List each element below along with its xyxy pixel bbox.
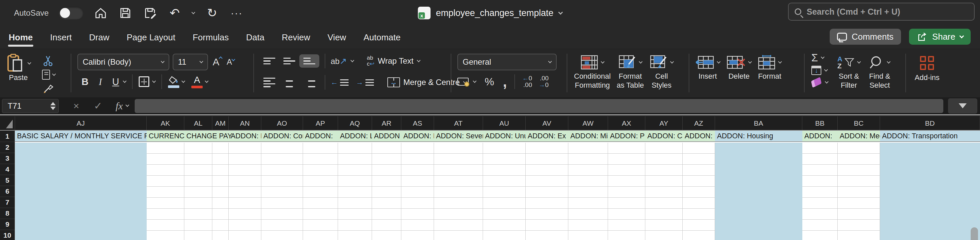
column-body-AV[interactable] bbox=[526, 143, 568, 240]
cancel-icon[interactable]: × bbox=[73, 100, 80, 112]
document-title[interactable]: employee_changes_template bbox=[436, 8, 554, 18]
row-header-3[interactable]: 3 bbox=[0, 153, 15, 164]
column-body-AS[interactable] bbox=[401, 143, 434, 240]
column-header-AK[interactable]: AK bbox=[147, 116, 185, 130]
sort-filter-button[interactable]: AZ Sort &Filter bbox=[837, 54, 860, 90]
row-header-1[interactable]: 1 bbox=[0, 131, 15, 142]
redo-icon[interactable]: ↻ bbox=[205, 6, 220, 20]
cell-AP1[interactable]: ADDON: bbox=[303, 131, 338, 141]
align-right-button[interactable] bbox=[299, 74, 319, 91]
tab-data[interactable]: Data bbox=[245, 28, 265, 47]
column-header-AO[interactable]: AO bbox=[261, 116, 303, 130]
cell-AT1[interactable]: ADDON: Severer bbox=[434, 131, 483, 141]
cell-AV1[interactable]: ADDON: Ex bbox=[526, 131, 568, 141]
borders-button[interactable] bbox=[138, 76, 150, 87]
cell-AQ1[interactable]: ADDON: L bbox=[338, 131, 372, 141]
format-painter-button[interactable] bbox=[42, 82, 55, 95]
increase-decimal-button[interactable]: ←0 .00 bbox=[522, 75, 532, 88]
bold-button[interactable]: B bbox=[77, 76, 93, 87]
tab-page-layout[interactable]: Page Layout bbox=[126, 28, 176, 47]
align-center-button[interactable] bbox=[279, 74, 299, 91]
column-body-AO[interactable] bbox=[261, 143, 303, 240]
column-body-AX[interactable] bbox=[608, 143, 645, 240]
column-header-AW[interactable]: AW bbox=[568, 116, 608, 130]
cell-AU1[interactable]: ADDON: Unu bbox=[483, 131, 526, 141]
row-header-9[interactable]: 9 bbox=[0, 219, 15, 230]
addins-button[interactable]: Add-ins bbox=[915, 54, 940, 82]
column-body-AQ[interactable] bbox=[338, 143, 372, 240]
tab-home[interactable]: Home bbox=[8, 28, 33, 47]
column-header-AN[interactable]: AN bbox=[229, 116, 261, 130]
currency-chevron-icon[interactable] bbox=[473, 79, 476, 83]
column-header-AL[interactable]: AL bbox=[185, 116, 212, 130]
delete-cells-button[interactable]: Delete bbox=[727, 54, 751, 81]
column-header-AY[interactable]: AY bbox=[645, 116, 682, 130]
grid-body[interactable] bbox=[15, 143, 980, 240]
column-body-AU[interactable] bbox=[483, 143, 526, 240]
fill-color-button[interactable] bbox=[168, 76, 179, 88]
vertical-scrollbar-thumb[interactable] bbox=[970, 227, 978, 240]
column-body-AW[interactable] bbox=[568, 143, 608, 240]
column-header-AS[interactable]: AS bbox=[401, 116, 434, 130]
conditional-formatting-button[interactable]: ConditionalFormatting bbox=[574, 54, 611, 90]
cell-AO1[interactable]: ADDON: Cor bbox=[261, 131, 303, 141]
column-header-BA[interactable]: BA bbox=[715, 116, 802, 130]
save-icon[interactable] bbox=[118, 6, 133, 20]
tab-view[interactable]: View bbox=[327, 28, 347, 47]
column-header-AM[interactable]: AM bbox=[212, 116, 229, 130]
column-header-AR[interactable]: AR bbox=[372, 116, 401, 130]
more-commands-icon[interactable]: ··· bbox=[229, 6, 244, 20]
column-header-AT[interactable]: AT bbox=[434, 116, 483, 130]
autosave-toggle[interactable] bbox=[59, 7, 83, 19]
formula-bar-expand-button[interactable] bbox=[948, 99, 977, 114]
wrap-text-chevron-icon[interactable] bbox=[417, 58, 421, 62]
wrap-text-button[interactable]: Wrap Text bbox=[378, 56, 413, 66]
format-cells-button[interactable]: Format bbox=[758, 54, 781, 81]
row-header-4[interactable]: 4 bbox=[0, 164, 15, 175]
column-header-AQ[interactable]: AQ bbox=[338, 116, 372, 130]
decrease-decimal-button[interactable]: .00 →0 bbox=[539, 75, 549, 88]
align-top-button[interactable] bbox=[259, 54, 279, 68]
orientation-chevron-icon[interactable] bbox=[350, 58, 354, 62]
format-as-table-button[interactable]: Formatas Table bbox=[617, 54, 644, 90]
font-color-button[interactable]: A bbox=[191, 75, 203, 88]
column-body-AP[interactable] bbox=[303, 143, 338, 240]
cell-BD1[interactable]: ADDON: Transportation bbox=[880, 131, 980, 141]
number-format-select[interactable]: General bbox=[457, 54, 557, 70]
align-left-button[interactable] bbox=[259, 74, 279, 91]
clear-button[interactable] bbox=[811, 79, 828, 86]
underline-button[interactable]: U bbox=[108, 76, 123, 87]
insert-function-button[interactable]: fx bbox=[116, 100, 129, 112]
tab-draw[interactable]: Draw bbox=[88, 28, 110, 47]
font-name-select[interactable]: Calibri (Body) bbox=[77, 54, 169, 70]
cell-BA1[interactable]: ADDON: Housing bbox=[715, 131, 802, 141]
column-body-AM[interactable] bbox=[212, 143, 229, 240]
column-body-BC[interactable] bbox=[838, 143, 880, 240]
underline-chevron-icon[interactable] bbox=[123, 79, 126, 83]
decrease-indent-button[interactable]: ← bbox=[331, 78, 348, 87]
column-header-AP[interactable]: AP bbox=[303, 116, 338, 130]
decrease-font-size-button[interactable]: A bbox=[227, 57, 235, 67]
cell-AL1[interactable]: CHANGE PAY bbox=[185, 131, 212, 141]
tab-insert[interactable]: Insert bbox=[49, 28, 72, 47]
increase-font-size-button[interactable]: A bbox=[213, 56, 222, 68]
font-color-chevron-icon[interactable] bbox=[205, 79, 208, 83]
cell-AX1[interactable]: ADDON: P bbox=[608, 131, 645, 141]
save-as-icon[interactable] bbox=[143, 6, 158, 20]
cell-BB1[interactable]: ADDON: bbox=[802, 131, 838, 141]
formula-input[interactable] bbox=[135, 99, 943, 113]
currency-format-button[interactable] bbox=[457, 78, 469, 86]
comments-button[interactable]: Comments bbox=[830, 29, 901, 45]
cell-AJ1[interactable]: BASIC SALARY / MONTHLY SERVICE FEE bbox=[15, 131, 147, 141]
cell-AY1[interactable]: ADDON: Ca bbox=[645, 131, 682, 141]
column-body-AJ[interactable] bbox=[15, 143, 147, 240]
row-header-8[interactable]: 8 bbox=[0, 208, 15, 219]
fill-button[interactable]: ↓ bbox=[811, 66, 828, 75]
align-bottom-button[interactable] bbox=[299, 54, 319, 68]
fill-color-chevron-icon[interactable] bbox=[181, 79, 185, 83]
share-button[interactable]: Share bbox=[909, 29, 970, 45]
row-header-6[interactable]: 6 bbox=[0, 186, 15, 197]
find-select-button[interactable]: Find &Select bbox=[869, 54, 890, 90]
column-header-BD[interactable]: BD bbox=[880, 116, 980, 130]
column-header-AU[interactable]: AU bbox=[483, 116, 526, 130]
